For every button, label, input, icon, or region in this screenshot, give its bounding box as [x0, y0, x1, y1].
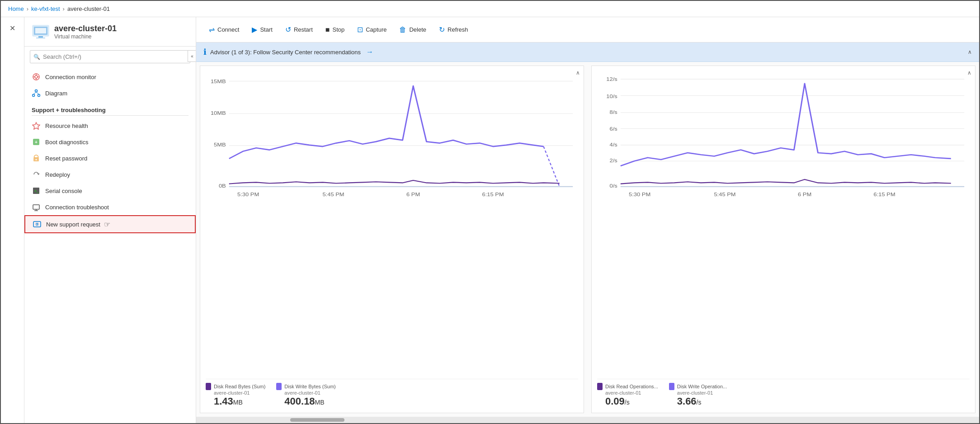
main-layout: ✕ avere-cluster-01 Virtual machine: [1, 17, 979, 423]
new-support-request-label: New support request: [46, 221, 100, 228]
svg-text:5MB: 5MB: [214, 142, 226, 148]
new-support-request-icon: ?: [33, 220, 42, 229]
chart2-write-sublabel: avere-cluster-01: [677, 390, 727, 396]
start-icon: ▶: [252, 25, 257, 34]
search-input[interactable]: [30, 50, 190, 63]
chart2-read-sublabel: avere-cluster-01: [605, 390, 658, 396]
svg-rect-2: [35, 28, 46, 33]
chart1-svg: 15MB 10MB 5MB 0B 5:30: [206, 71, 578, 207]
sidebar-item-resource-health[interactable]: Resource health: [24, 118, 196, 134]
sidebar-nav: Connection monitor Diagram Support + tro…: [24, 67, 196, 423]
svg-line-41: [543, 146, 559, 187]
chart1-read-color: [206, 383, 211, 390]
svg-text:6 PM: 6 PM: [406, 192, 420, 198]
svg-text:12/s: 12/s: [606, 76, 617, 82]
diagram-label: Diagram: [45, 90, 67, 97]
redeploy-label: Redeploy: [45, 171, 70, 178]
vm-header: avere-cluster-01 Virtual machine: [24, 17, 196, 47]
svg-point-12: [33, 94, 35, 97]
chart1-legend-read: Disk Read Bytes (Sum) avere-cluster-01 1…: [206, 383, 265, 407]
chart2-read-label: Disk Read Operations...: [605, 384, 658, 389]
toolbar: ⇌ Connect ▶ Start ↺ Restart ■ Stop ⊡ C: [196, 17, 979, 42]
refresh-button[interactable]: ↻ Refresh: [433, 23, 474, 37]
capture-icon: ⊡: [357, 25, 363, 34]
svg-text:6:15 PM: 6:15 PM: [874, 192, 895, 198]
chart1-svg-container: 15MB 10MB 5MB 0B 5:30: [206, 71, 578, 375]
collapse-sidebar-button[interactable]: «: [188, 50, 196, 62]
svg-text:>_: >_: [34, 189, 39, 193]
close-col: ✕: [1, 17, 24, 423]
search-box: 🔍 «: [30, 50, 190, 63]
breadcrumb-bar: Home › ke-vfxt-test › avere-cluster-01: [1, 1, 979, 17]
svg-text:5:45 PM: 5:45 PM: [322, 192, 344, 198]
chart2-read-value: 0.09/s: [605, 396, 658, 407]
connection-monitor-icon: [32, 72, 41, 81]
start-button[interactable]: ▶ Start: [246, 23, 278, 37]
connect-icon: ⇌: [209, 25, 215, 34]
svg-point-19: [36, 159, 37, 160]
chart2-write-value: 3.66/s: [677, 396, 727, 407]
stop-icon: ■: [325, 26, 330, 34]
resource-health-icon: [32, 121, 41, 130]
svg-point-6: [35, 75, 38, 78]
svg-text:15MB: 15MB: [211, 78, 226, 84]
svg-line-14: [33, 92, 36, 94]
scrollbar-thumb: [290, 418, 344, 422]
chart2-legend-read: Disk Read Operations... avere-cluster-01…: [597, 383, 658, 407]
breadcrumb-current: avere-cluster-01: [67, 5, 110, 12]
advisor-text: Advisor (1 of 3): Follow Security Center…: [210, 49, 361, 56]
chart2-write-label: Disk Write Operation...: [677, 384, 727, 389]
sidebar-item-redeploy[interactable]: Redeploy: [24, 166, 196, 183]
svg-text:5:30 PM: 5:30 PM: [629, 192, 650, 198]
advisor-collapse-icon[interactable]: ∧: [968, 49, 972, 55]
capture-button[interactable]: ⊡ Capture: [352, 23, 392, 37]
restart-button[interactable]: ↺ Restart: [280, 23, 318, 37]
advisor-banner[interactable]: ℹ Advisor (1 of 3): Follow Security Cent…: [196, 42, 979, 62]
svg-point-11: [35, 90, 38, 92]
advisor-info-icon: ℹ: [203, 47, 207, 57]
vm-title: avere-cluster-01: [54, 24, 117, 33]
sidebar-item-connection-troubleshoot[interactable]: Connection troubleshoot: [24, 199, 196, 215]
breadcrumb-parent[interactable]: ke-vfxt-test: [31, 5, 60, 12]
diagram-icon: [32, 89, 41, 98]
chart2-write-color: [669, 383, 674, 390]
connect-button[interactable]: ⇌ Connect: [203, 23, 245, 37]
support-section-header: Support + troubleshooting: [24, 101, 196, 115]
sidebar: avere-cluster-01 Virtual machine 🔍 « Con…: [24, 17, 196, 423]
sidebar-item-connection-monitor[interactable]: Connection monitor: [24, 69, 196, 85]
svg-text:0/s: 0/s: [609, 183, 617, 189]
sidebar-item-boot-diagnostics[interactable]: + Boot diagnostics: [24, 134, 196, 150]
chart2-legend-write: Disk Write Operation... avere-cluster-01…: [669, 383, 727, 407]
stop-button[interactable]: ■ Stop: [320, 23, 350, 37]
svg-line-15: [36, 92, 39, 94]
close-button[interactable]: ✕: [5, 21, 20, 35]
svg-text:4/s: 4/s: [609, 142, 617, 148]
chart2-legend: Disk Read Operations... avere-cluster-01…: [597, 379, 970, 407]
svg-text:5:30 PM: 5:30 PM: [237, 192, 259, 198]
chart1-legend: Disk Read Bytes (Sum) avere-cluster-01 1…: [206, 379, 578, 407]
sidebar-item-serial-console[interactable]: >_ Serial console: [24, 183, 196, 199]
svg-rect-3: [38, 36, 43, 38]
charts-area: ∧ 15MB 10MB 5MB 0B: [196, 62, 979, 417]
sidebar-item-reset-password[interactable]: Reset password: [24, 150, 196, 166]
delete-button[interactable]: 🗑 Delete: [394, 23, 432, 37]
resource-health-label: Resource health: [45, 122, 88, 129]
svg-text:2/s: 2/s: [609, 158, 617, 164]
restart-icon: ↺: [285, 25, 291, 34]
svg-point-13: [38, 94, 40, 97]
svg-text:10MB: 10MB: [211, 110, 226, 116]
svg-text:5:45 PM: 5:45 PM: [714, 192, 735, 198]
chart1-read-sublabel: avere-cluster-01: [214, 390, 265, 396]
bottom-scrollbar[interactable]: [196, 417, 979, 423]
redeploy-icon: [32, 170, 41, 179]
chart1-write-label: Disk Write Bytes (Sum): [284, 384, 335, 389]
reset-password-icon: [32, 154, 41, 163]
reset-password-label: Reset password: [45, 155, 87, 162]
breadcrumb-sep1: ›: [27, 5, 28, 12]
breadcrumb-home[interactable]: Home: [8, 5, 24, 12]
refresh-icon: ↻: [439, 25, 445, 34]
sidebar-item-new-support-request[interactable]: ? New support request ☞: [24, 215, 196, 233]
connection-troubleshoot-label: Connection troubleshoot: [45, 204, 109, 211]
connection-monitor-label: Connection monitor: [45, 74, 96, 80]
sidebar-item-diagram[interactable]: Diagram: [24, 85, 196, 101]
